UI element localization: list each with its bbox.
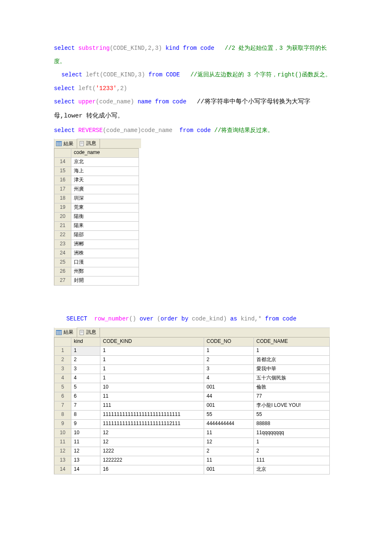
cell-value[interactable]: 55 bbox=[254, 410, 330, 419]
cell-value[interactable]: 11 bbox=[204, 456, 254, 465]
table-row[interactable]: 77111001李小龍I LOVE YOU! bbox=[54, 401, 330, 410]
cell-value[interactable]: 圳深 bbox=[71, 194, 139, 203]
cell-value[interactable]: 洲郴 bbox=[71, 240, 139, 249]
cell-value[interactable]: 3 bbox=[204, 364, 254, 374]
cell-value[interactable]: 1 bbox=[100, 364, 204, 374]
cell-value[interactable]: 10 bbox=[100, 383, 204, 392]
table-row[interactable]: 2212首都北京 bbox=[54, 355, 330, 364]
table-row[interactable]: 23洲郴 bbox=[54, 240, 139, 249]
cell-value[interactable]: 11qqqqqqqq bbox=[254, 428, 330, 438]
cell-value[interactable]: 1 bbox=[71, 346, 100, 355]
tab-results[interactable]: 結果 bbox=[54, 139, 77, 148]
cell-value[interactable]: 津天 bbox=[71, 176, 139, 185]
cell-value[interactable]: 1 bbox=[100, 346, 204, 355]
table-row[interactable]: 18圳深 bbox=[54, 194, 139, 203]
cell-value[interactable]: 2 bbox=[204, 355, 254, 364]
cell-value[interactable]: 12 bbox=[100, 428, 204, 438]
cell-value[interactable]: 11 bbox=[71, 438, 100, 447]
col-header-kind[interactable]: kind bbox=[71, 337, 100, 346]
cell-value[interactable]: 16 bbox=[100, 465, 204, 474]
cell-value[interactable]: 五十六個民族 bbox=[254, 374, 330, 383]
table-row[interactable]: 15海上 bbox=[54, 166, 139, 176]
table-row[interactable]: 5510001倫敦 bbox=[54, 383, 330, 392]
cell-value[interactable]: 11 bbox=[100, 392, 204, 401]
cell-value[interactable]: 1111111111111111111111112111 bbox=[100, 419, 204, 428]
table-row[interactable]: 1313122222211111 bbox=[54, 456, 330, 465]
table-row[interactable]: 24洲株 bbox=[54, 249, 139, 258]
cell-value[interactable]: 001 bbox=[204, 383, 254, 392]
cell-value[interactable]: 陽邵 bbox=[71, 230, 139, 240]
table-row[interactable]: 1010121111qqqqqqqq bbox=[54, 428, 330, 438]
cell-value[interactable]: 001 bbox=[204, 465, 254, 474]
cell-value[interactable]: 001 bbox=[204, 401, 254, 410]
table-row[interactable]: 27封開 bbox=[54, 276, 139, 285]
cell-value[interactable]: 口漢 bbox=[71, 258, 139, 267]
cell-value[interactable]: 77 bbox=[254, 392, 330, 401]
cell-value[interactable]: 11 bbox=[204, 428, 254, 438]
cell-value[interactable]: 陽衡 bbox=[71, 212, 139, 221]
cell-value[interactable]: 1222222 bbox=[100, 456, 204, 465]
cell-value[interactable]: 北京 bbox=[254, 465, 330, 474]
cell-value[interactable]: 首都北京 bbox=[254, 355, 330, 364]
table-row[interactable]: 25口漢 bbox=[54, 258, 139, 267]
cell-value[interactable]: 111 bbox=[254, 456, 330, 465]
tab-results[interactable]: 結果 bbox=[54, 328, 77, 337]
table-row[interactable]: 22陽邵 bbox=[54, 230, 139, 240]
cell-value[interactable]: 京北 bbox=[71, 157, 139, 166]
cell-value[interactable]: 1 bbox=[254, 438, 330, 447]
table-row[interactable]: 19莞東 bbox=[54, 203, 139, 212]
cell-value[interactable]: 1 bbox=[100, 374, 204, 383]
cell-value[interactable]: 李小龍I LOVE YOU! bbox=[254, 401, 330, 410]
table-row[interactable]: 14京北 bbox=[54, 157, 139, 166]
cell-value[interactable]: 5 bbox=[71, 383, 100, 392]
table-row[interactable]: 66114477 bbox=[54, 392, 330, 401]
cell-value[interactable]: 1111111111111111111111111111 bbox=[100, 410, 204, 419]
col-header[interactable]: code_name bbox=[71, 148, 139, 157]
cell-value[interactable]: 2 bbox=[254, 447, 330, 456]
cell-value[interactable]: 3 bbox=[71, 364, 100, 374]
cell-value[interactable]: 2 bbox=[204, 447, 254, 456]
cell-value[interactable]: 8 bbox=[71, 410, 100, 419]
table-row[interactable]: 16津天 bbox=[54, 176, 139, 185]
cell-value[interactable]: 111 bbox=[100, 401, 204, 410]
cell-value[interactable]: 4 bbox=[71, 374, 100, 383]
table-row[interactable]: 17州廣 bbox=[54, 185, 139, 194]
table-row[interactable]: 9911111111111111111111111121114444444444… bbox=[54, 419, 330, 428]
table-row[interactable]: 111112121 bbox=[54, 438, 330, 447]
col-header-codename[interactable]: CODE_NAME bbox=[254, 337, 330, 346]
cell-value[interactable]: 莞東 bbox=[71, 203, 139, 212]
cell-value[interactable]: 1222 bbox=[100, 447, 204, 456]
cell-value[interactable]: 55 bbox=[204, 410, 254, 419]
cell-value[interactable]: 海上 bbox=[71, 166, 139, 176]
cell-value[interactable]: 洲株 bbox=[71, 249, 139, 258]
cell-value[interactable]: 13 bbox=[71, 456, 100, 465]
cell-value[interactable]: 州廣 bbox=[71, 185, 139, 194]
cell-value[interactable]: 6 bbox=[71, 392, 100, 401]
table-row[interactable]: 21陽耒 bbox=[54, 221, 139, 230]
cell-value[interactable]: 陽耒 bbox=[71, 221, 139, 230]
cell-value[interactable]: 4444444444 bbox=[204, 419, 254, 428]
table-row[interactable]: 141416001北京 bbox=[54, 465, 330, 474]
cell-value[interactable]: 倫敦 bbox=[254, 383, 330, 392]
cell-value[interactable]: 2 bbox=[71, 355, 100, 364]
table-row[interactable]: 20陽衡 bbox=[54, 212, 139, 221]
cell-value[interactable]: 9 bbox=[71, 419, 100, 428]
table-row[interactable]: 1212122222 bbox=[54, 447, 330, 456]
cell-value[interactable]: 1 bbox=[204, 346, 254, 355]
cell-value[interactable]: 12 bbox=[100, 438, 204, 447]
cell-value[interactable]: 1 bbox=[254, 346, 330, 355]
cell-value[interactable]: 4 bbox=[204, 374, 254, 383]
table-row[interactable]: 3313愛我中華 bbox=[54, 364, 330, 374]
cell-value[interactable]: 14 bbox=[71, 465, 100, 474]
col-header-codeno[interactable]: CODE_NO bbox=[204, 337, 254, 346]
cell-value[interactable]: 封開 bbox=[71, 276, 139, 285]
cell-value[interactable]: 44 bbox=[204, 392, 254, 401]
tab-messages[interactable]: 訊息 bbox=[77, 328, 100, 337]
cell-value[interactable]: 88888 bbox=[254, 419, 330, 428]
cell-value[interactable]: 12 bbox=[204, 438, 254, 447]
cell-value[interactable]: 州鄭 bbox=[71, 267, 139, 276]
cell-value[interactable]: 7 bbox=[71, 401, 100, 410]
cell-value[interactable]: 1 bbox=[100, 355, 204, 364]
table-row[interactable]: 4414五十六個民族 bbox=[54, 374, 330, 383]
cell-value[interactable]: 愛我中華 bbox=[254, 364, 330, 374]
